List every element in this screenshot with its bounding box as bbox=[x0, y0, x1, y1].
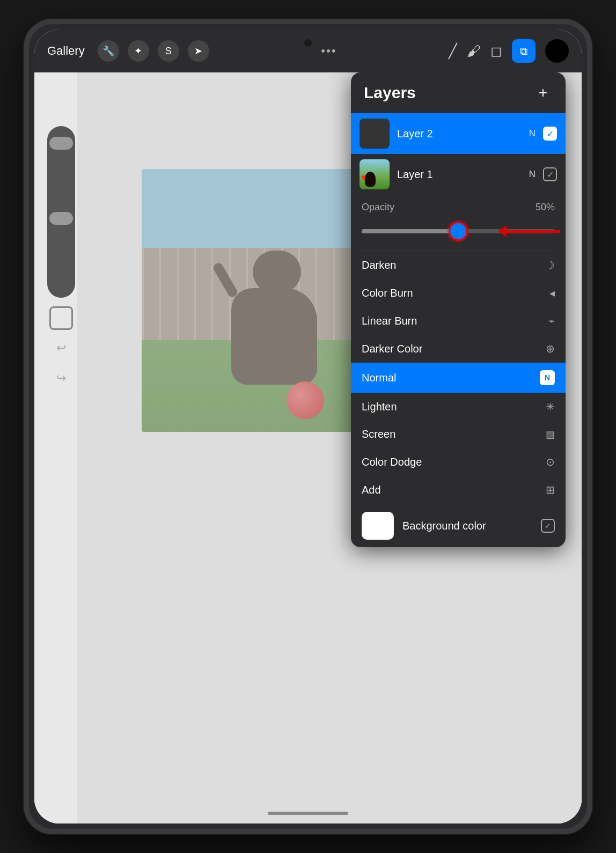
red-ball bbox=[287, 381, 324, 419]
ipad-frame: Gallery 🔧 ✦ S ➤ ••• ╱ 🖌 ◻ ⧉ bbox=[24, 19, 592, 834]
layers-panel-title: Layers bbox=[364, 84, 416, 102]
blend-mode-darken-icon: ☽ bbox=[545, 259, 555, 271]
layers-panel: Layers + Layer 2 N ✓ Layer 1 N ✓ bbox=[351, 72, 566, 547]
pen-icon[interactable]: ╱ bbox=[449, 43, 457, 60]
layer-item-layer2[interactable]: Layer 2 N ✓ bbox=[351, 113, 566, 154]
layer2-mode: N bbox=[529, 128, 536, 139]
blend-mode-darkercolor-label: Darker Color bbox=[362, 343, 422, 355]
layers-icon: ⧉ bbox=[520, 45, 527, 57]
ipad-screen: Gallery 🔧 ✦ S ➤ ••• ╱ 🖌 ◻ ⧉ bbox=[34, 30, 582, 823]
layer1-thumbnail bbox=[360, 159, 390, 189]
opacity-thumb bbox=[449, 222, 468, 241]
layer2-thumbnail bbox=[360, 119, 390, 149]
eraser-icon[interactable]: ◻ bbox=[490, 43, 502, 60]
background-color-swatch bbox=[362, 512, 394, 540]
opacity-label-row: Opacity 50% bbox=[362, 202, 555, 213]
fence-plank bbox=[161, 248, 177, 340]
blend-mode-screen-label: Screen bbox=[362, 428, 395, 440]
wrench-icon[interactable]: 🔧 bbox=[98, 40, 119, 62]
brush-icon[interactable]: 🖌 bbox=[467, 43, 481, 60]
smudge-icon[interactable]: S bbox=[158, 40, 179, 62]
top-bar: Gallery 🔧 ✦ S ➤ ••• ╱ 🖌 ◻ ⧉ bbox=[34, 30, 582, 72]
blend-modes-list: Darken ☽ Color Burn ◂ Linear Burn ⌁ Dark… bbox=[351, 251, 566, 504]
layer1-checkbox[interactable]: ✓ bbox=[543, 167, 557, 181]
brush-size-slider[interactable] bbox=[47, 126, 75, 298]
opacity-label: Opacity bbox=[362, 202, 394, 213]
slider-thumb-top bbox=[49, 137, 73, 150]
blend-mode-add-label: Add bbox=[362, 484, 381, 496]
gallery-button[interactable]: Gallery bbox=[47, 44, 85, 58]
background-color-checkbox[interactable]: ✓ bbox=[541, 519, 555, 533]
slider-thumb-bottom bbox=[49, 212, 73, 225]
redo-button[interactable]: ↪ bbox=[49, 366, 73, 390]
dog-leg2 bbox=[263, 347, 278, 385]
move-icon[interactable]: ➤ bbox=[188, 40, 209, 62]
opacity-slider-track bbox=[362, 229, 555, 233]
blend-mode-linearburn-label: Linear Burn bbox=[362, 315, 417, 327]
blend-mode-add-icon: ⊞ bbox=[546, 483, 555, 496]
top-bar-right: ╱ 🖌 ◻ ⧉ bbox=[449, 39, 569, 63]
home-bar bbox=[268, 812, 348, 815]
dog-head bbox=[253, 251, 301, 293]
top-bar-left: Gallery 🔧 ✦ S ➤ bbox=[47, 40, 209, 62]
layer2-checkbox[interactable]: ✓ bbox=[543, 127, 557, 141]
fence-plank bbox=[144, 248, 159, 340]
layers-header: Layers + bbox=[351, 72, 566, 113]
blend-mode-linear-burn[interactable]: Linear Burn ⌁ bbox=[351, 307, 566, 335]
blend-mode-color-burn[interactable]: Color Burn ◂ bbox=[351, 279, 566, 307]
add-layer-button[interactable]: + bbox=[533, 83, 553, 102]
blend-mode-normal-icon: N bbox=[540, 370, 555, 385]
fence-plank bbox=[179, 248, 194, 340]
blend-mode-linearburn-icon: ⌁ bbox=[548, 314, 555, 327]
color-picker-swatch[interactable] bbox=[545, 39, 569, 63]
blend-mode-normal[interactable]: Normal N bbox=[351, 363, 566, 393]
blend-mode-darken-label: Darken bbox=[362, 259, 396, 271]
blend-mode-add[interactable]: Add ⊞ bbox=[351, 476, 566, 504]
side-button-right-bottom bbox=[591, 196, 592, 260]
side-button-left-bottom bbox=[24, 185, 25, 217]
undo-button[interactable]: ↩ bbox=[49, 336, 73, 360]
side-button-left-top bbox=[24, 131, 25, 164]
layer-item-layer1[interactable]: Layer 1 N ✓ bbox=[351, 154, 566, 195]
more-dots[interactable]: ••• bbox=[321, 44, 336, 58]
blend-mode-darker-color[interactable]: Darker Color ⊕ bbox=[351, 335, 566, 363]
dog-figure bbox=[221, 234, 339, 385]
blend-mode-screen[interactable]: Screen ▨ bbox=[351, 421, 566, 448]
blend-mode-colordodge-label: Color Dodge bbox=[362, 456, 422, 468]
transform-icon[interactable] bbox=[49, 306, 73, 330]
blend-mode-screen-icon: ▨ bbox=[546, 429, 555, 440]
opacity-slider-container[interactable] bbox=[362, 218, 555, 244]
opacity-section: Opacity 50% bbox=[351, 195, 566, 251]
opacity-track-fill bbox=[362, 229, 458, 233]
dog-leg1 bbox=[242, 347, 257, 385]
blend-mode-lighten[interactable]: Lighten ✳ bbox=[351, 393, 566, 421]
blend-mode-colorburn-icon: ◂ bbox=[549, 286, 555, 299]
layer2-name: Layer 2 bbox=[397, 128, 522, 140]
blend-mode-lighten-label: Lighten bbox=[362, 401, 397, 413]
opacity-value: 50% bbox=[536, 202, 555, 213]
blend-mode-lighten-icon: ✳ bbox=[546, 400, 555, 413]
background-color-row[interactable]: Background color ✓ bbox=[351, 504, 566, 547]
blend-mode-color-dodge[interactable]: Color Dodge ⊙ bbox=[351, 448, 566, 476]
top-bar-center: ••• bbox=[209, 44, 449, 58]
blend-mode-darkercolor-icon: ⊕ bbox=[546, 342, 555, 355]
side-button-right-top bbox=[591, 131, 592, 174]
fence-plank bbox=[196, 248, 211, 340]
background-color-label: Background color bbox=[402, 520, 532, 532]
blend-mode-colorburn-label: Color Burn bbox=[362, 287, 413, 299]
camera-notch bbox=[304, 39, 312, 47]
left-sidebar: ↩ ↪ bbox=[45, 126, 77, 390]
layers-button[interactable]: ⧉ bbox=[512, 39, 536, 63]
magic-icon[interactable]: ✦ bbox=[128, 40, 149, 62]
blend-mode-normal-label: Normal bbox=[362, 372, 396, 384]
layer1-mode: N bbox=[529, 169, 536, 180]
layer1-name: Layer 1 bbox=[397, 168, 522, 181]
blend-mode-colordodge-icon: ⊙ bbox=[546, 455, 555, 468]
blend-mode-darken[interactable]: Darken ☽ bbox=[351, 251, 566, 279]
